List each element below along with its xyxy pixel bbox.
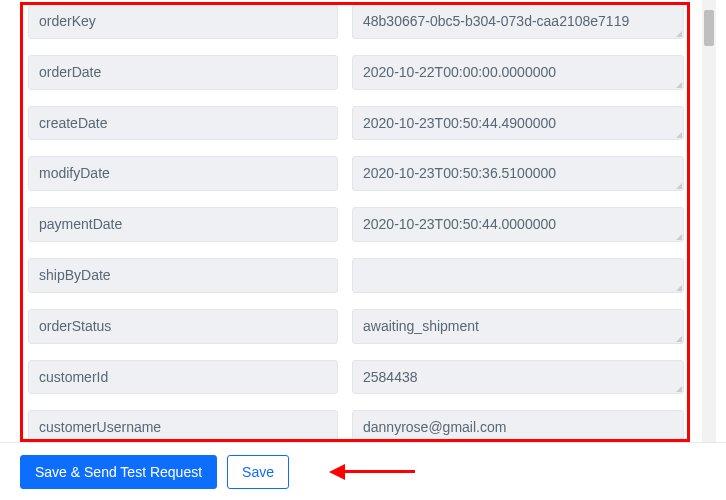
field-value-input[interactable]: 2584438 (352, 360, 684, 395)
field-value-input[interactable]: 2020-10-23T00:50:44.0000000 (352, 207, 684, 242)
field-row: paymentDate 2020-10-23T00:50:44.0000000 (28, 199, 684, 250)
field-value-input[interactable] (352, 258, 684, 293)
field-key-input[interactable]: orderDate (28, 55, 338, 90)
field-value-input[interactable]: 48b30667-0bc5-b304-073d-caa2108e7119 (352, 4, 684, 39)
field-list: orderKey 48b30667-0bc5-b304-073d-caa2108… (0, 0, 698, 442)
form-viewport: orderKey 48b30667-0bc5-b304-073d-caa2108… (0, 0, 726, 500)
field-key-input[interactable]: customerUsername (28, 410, 338, 442)
field-value-input[interactable]: 2020-10-23T00:50:44.4900000 (352, 106, 684, 141)
field-key-input[interactable]: shipByDate (28, 258, 338, 293)
scrollbar-thumb[interactable] (704, 10, 714, 46)
field-key-input[interactable]: modifyDate (28, 156, 338, 191)
field-row: orderDate 2020-10-22T00:00:00.0000000 (28, 47, 684, 98)
field-key-input[interactable]: createDate (28, 106, 338, 141)
field-key-input[interactable]: paymentDate (28, 207, 338, 242)
field-key-input[interactable]: customerId (28, 360, 338, 395)
arrow-head-icon (329, 464, 345, 480)
field-row: orderStatus awaiting_shipment (28, 301, 684, 352)
field-value-input[interactable]: awaiting_shipment (352, 309, 684, 344)
field-value-input[interactable]: 2020-10-22T00:00:00.0000000 (352, 55, 684, 90)
field-row: shipByDate (28, 250, 684, 301)
field-row: customerId 2584438 (28, 352, 684, 403)
arrow-line (345, 470, 415, 473)
save-button[interactable]: Save (227, 455, 289, 489)
footer-bar: Save & Send Test Request Save (0, 442, 726, 500)
field-key-input[interactable]: orderKey (28, 4, 338, 39)
field-row: customerUsername dannyrose@gmail.com (28, 402, 684, 442)
annotation-arrow (329, 464, 415, 480)
field-value-input[interactable]: dannyrose@gmail.com (352, 410, 684, 442)
save-send-test-request-button[interactable]: Save & Send Test Request (20, 455, 217, 489)
field-value-input[interactable]: 2020-10-23T00:50:36.5100000 (352, 156, 684, 191)
field-row: createDate 2020-10-23T00:50:44.4900000 (28, 98, 684, 149)
field-key-input[interactable]: orderStatus (28, 309, 338, 344)
field-row: orderKey 48b30667-0bc5-b304-073d-caa2108… (28, 0, 684, 47)
form-scroll-area: orderKey 48b30667-0bc5-b304-073d-caa2108… (0, 0, 698, 442)
field-row: modifyDate 2020-10-23T00:50:36.5100000 (28, 148, 684, 199)
scrollbar[interactable] (702, 0, 716, 442)
